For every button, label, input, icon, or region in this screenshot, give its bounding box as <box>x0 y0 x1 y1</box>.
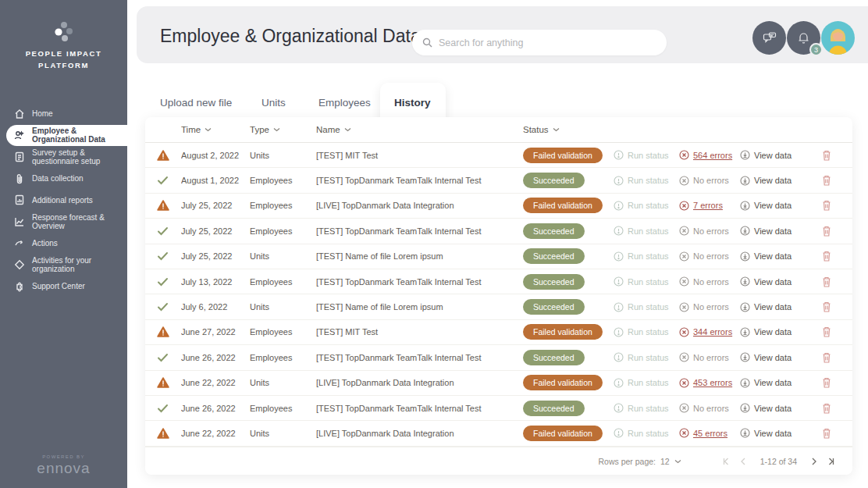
run-status-icon <box>614 327 624 337</box>
errors-link[interactable]: No errors <box>679 251 740 262</box>
errors-link[interactable]: No errors <box>679 276 740 287</box>
messages-button[interactable] <box>752 21 786 55</box>
run-status-link[interactable]: Run status <box>614 251 679 262</box>
run-status-link[interactable]: Run status <box>614 226 679 236</box>
tab-units[interactable]: Units <box>261 97 286 109</box>
run-status-link[interactable]: Run status <box>614 428 679 438</box>
errors-link[interactable]: No errors <box>679 176 740 186</box>
run-status-link[interactable]: Run status <box>614 276 679 287</box>
status-badge: Succeeded <box>523 350 585 365</box>
sidebar-item-home[interactable]: Home <box>0 103 127 125</box>
run-status-link[interactable]: Run status <box>614 150 679 160</box>
sidebar-item-actions[interactable]: Actions <box>0 233 127 255</box>
view-data-link[interactable]: View data <box>740 327 821 337</box>
run-status-icon <box>614 352 624 362</box>
delete-button[interactable] <box>821 351 832 364</box>
tab-upload-new-file[interactable]: Upload new file <box>160 97 232 109</box>
logo-text-line1: PEOPLE IMPACT <box>0 48 127 60</box>
last-page-button[interactable] <box>825 458 837 465</box>
sidebar-item-response-forecast[interactable]: Response forecast & Overview <box>0 211 127 233</box>
previous-page-button[interactable] <box>738 458 748 465</box>
column-header-status[interactable]: Status <box>523 125 614 134</box>
delete-button[interactable] <box>821 276 832 288</box>
delete-button[interactable] <box>821 174 832 187</box>
errors-link[interactable]: No errors <box>679 352 740 362</box>
errors-link[interactable]: No errors <box>679 226 740 236</box>
view-data-link[interactable]: View data <box>740 403 821 413</box>
run-status-link[interactable]: Run status <box>614 403 679 413</box>
search-bar[interactable] <box>412 30 667 55</box>
cell-time: June 22, 2022 <box>181 378 250 387</box>
status-badge: Failed validation <box>523 375 603 390</box>
pagination-bar: Rows per page: 12 1-12 of 34 <box>145 447 852 475</box>
view-data-link[interactable]: View data <box>740 378 821 388</box>
sidebar-item-label: Survey setup & questionnaire setup <box>32 148 127 166</box>
delete-button[interactable] <box>821 301 832 313</box>
rows-per-page-select[interactable]: Rows per page: 12 <box>598 457 681 466</box>
view-data-link[interactable]: View data <box>740 201 821 211</box>
run-status-link[interactable]: Run status <box>614 302 679 312</box>
errors-label: No errors <box>693 226 729 236</box>
tab-history[interactable]: History <box>394 97 431 109</box>
view-data-link[interactable]: View data <box>740 276 821 287</box>
cell-name: [TEST] TopDanmark TeamTalk Internal Test <box>316 404 523 413</box>
delete-button[interactable] <box>821 199 832 212</box>
cell-type: Employees <box>250 176 316 185</box>
error-circle-icon <box>679 302 689 312</box>
sidebar-item-employee-org-data[interactable]: Employee & Organizational Data <box>6 125 127 147</box>
tab-employees[interactable]: Employees <box>318 97 371 109</box>
search-input[interactable] <box>439 37 656 48</box>
trash-icon <box>821 199 832 212</box>
avatar[interactable] <box>821 21 855 55</box>
view-data-link[interactable]: View data <box>740 428 821 438</box>
delete-button[interactable] <box>821 402 832 415</box>
view-data-link[interactable]: View data <box>740 302 821 312</box>
run-status-link[interactable]: Run status <box>614 327 679 337</box>
cell-name: [TEST] TopDanmark TeamTalk Internal Test <box>316 176 523 185</box>
run-status-link[interactable]: Run status <box>614 201 679 211</box>
sidebar-item-data-collection[interactable]: Data collection <box>0 168 127 190</box>
errors-label: No errors <box>693 353 729 362</box>
sidebar-item-support-center[interactable]: Support Center <box>0 276 127 297</box>
delete-button[interactable] <box>821 250 832 262</box>
column-header-name[interactable]: Name <box>316 125 523 134</box>
cell-type: Employees <box>250 201 316 210</box>
view-data-label: View data <box>754 327 792 337</box>
sidebar-item-additional-reports[interactable]: Additional reports <box>0 189 127 211</box>
view-data-link[interactable]: View data <box>740 150 821 160</box>
column-header-type[interactable]: Type <box>250 125 316 134</box>
delete-button[interactable] <box>821 326 832 338</box>
errors-link[interactable]: 453 errors <box>679 378 740 388</box>
errors-link[interactable]: 344 errors <box>679 327 740 337</box>
trash-icon <box>821 376 832 389</box>
table-row: July 13, 2022 Employees [TEST] TopDanmar… <box>145 269 852 294</box>
view-data-label: View data <box>754 429 792 438</box>
view-data-link[interactable]: View data <box>740 176 821 186</box>
delete-button[interactable] <box>821 376 832 389</box>
view-data-link[interactable]: View data <box>740 226 821 236</box>
sidebar-item-activities[interactable]: Activities for your organization <box>0 254 127 276</box>
errors-link[interactable]: No errors <box>679 302 740 312</box>
delete-button[interactable] <box>821 427 832 440</box>
cell-type: Units <box>250 302 316 312</box>
run-status-link[interactable]: Run status <box>614 176 679 186</box>
sidebar-item-survey-setup[interactable]: Survey setup & questionnaire setup <box>0 146 127 168</box>
cell-name: [TEST] Name of file Lorem ipsum <box>316 302 523 312</box>
run-status-link[interactable]: Run status <box>614 378 679 388</box>
next-page-button[interactable] <box>809 458 819 465</box>
errors-link[interactable]: No errors <box>679 403 740 413</box>
first-page-button[interactable] <box>720 458 732 465</box>
errors-link[interactable]: 564 errors <box>679 150 740 160</box>
view-data-link[interactable]: View data <box>740 352 821 362</box>
notifications-button[interactable]: 3 <box>787 21 820 55</box>
cell-time: July 25, 2022 <box>181 251 250 261</box>
errors-link[interactable]: 7 errors <box>679 201 740 211</box>
errors-label: 453 errors <box>693 378 732 387</box>
delete-button[interactable] <box>821 149 832 162</box>
column-header-time[interactable]: Time <box>181 125 250 134</box>
delete-button[interactable] <box>821 225 832 237</box>
run-status-link[interactable]: Run status <box>614 352 679 362</box>
run-status-icon <box>614 201 624 211</box>
view-data-link[interactable]: View data <box>740 251 821 262</box>
errors-link[interactable]: 45 errors <box>679 428 740 438</box>
